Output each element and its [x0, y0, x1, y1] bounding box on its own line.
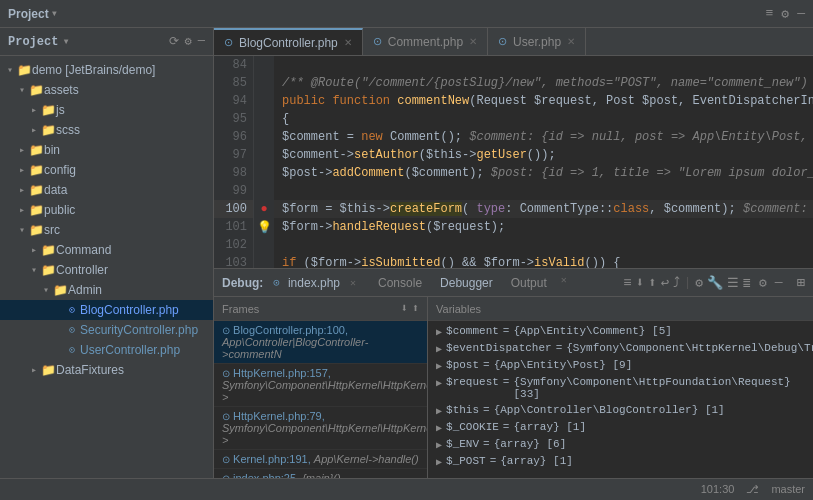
debug-run-icon[interactable]: ⊞	[797, 274, 805, 291]
layout-icon[interactable]: ≡	[766, 6, 774, 22]
tree-item-config[interactable]: ▸ 📁 config	[0, 160, 213, 180]
var-value-env: {array} [6]	[494, 438, 567, 450]
tree-item-securitycontroller[interactable]: ⊙ SecurityController.php	[0, 320, 213, 340]
debug-toolbar-icon1[interactable]: ≡	[623, 275, 631, 291]
sidebar-title[interactable]: Project ▾	[8, 34, 70, 49]
debug-tab-debugger[interactable]: Debugger	[432, 274, 501, 292]
tab-comment[interactable]: ⊙ Comment.php ✕	[363, 28, 488, 55]
debug-toolbar-icon2[interactable]: ⬇	[636, 274, 644, 291]
frame-item-3[interactable]: ⊙ Kernel.php:191, App\Kernel->handle()	[214, 450, 427, 469]
frames-icon1[interactable]: ⬇	[401, 301, 408, 316]
tree-item-scss[interactable]: ▸ 📁 scss	[0, 120, 213, 140]
tree-item-assets[interactable]: ▾ 📁 assets	[0, 80, 213, 100]
var-item-comment[interactable]: ▶ $comment = {App\Entity\Comment} [5]	[428, 323, 813, 340]
code-100-var: $form = $this->	[282, 202, 390, 216]
var-arrow-eventdispatcher[interactable]: ▶	[436, 343, 442, 355]
code-line-96: $comment = new Comment(); $comment: {id …	[274, 128, 813, 146]
tree-item-src[interactable]: ▾ 📁 src	[0, 220, 213, 240]
frame-item-1[interactable]: ⊙ HttpKernel.php:157, Symfony\Component\…	[214, 364, 427, 407]
tree-item-bin[interactable]: ▸ 📁 bin	[0, 140, 213, 160]
project-title[interactable]: Project	[8, 7, 49, 21]
var-arrow-cookie[interactable]: ▶	[436, 422, 442, 434]
tab-icon-comment: ⊙	[373, 35, 382, 48]
tree-item-usercontroller[interactable]: ⊙ UserController.php	[0, 340, 213, 360]
code-cls-comment: Comment	[390, 130, 440, 144]
var-item-this[interactable]: ▶ $this = {App\Controller\BlogController…	[428, 402, 813, 419]
frame-file-icon-0: ⊙	[222, 325, 230, 336]
var-arrow-post-super[interactable]: ▶	[436, 456, 442, 468]
tree-item-command[interactable]: ▸ 📁 Command	[0, 240, 213, 260]
debug-file-close[interactable]: ✕	[350, 277, 356, 289]
tree-label-src: src	[44, 223, 60, 237]
tree-item-data[interactable]: ▸ 📁 data	[0, 180, 213, 200]
debug-toolbar-icon3[interactable]: ⬆	[648, 274, 656, 291]
debug-toolbar-icon4[interactable]: ↩	[661, 274, 669, 291]
tree-item-datafixtures[interactable]: ▸ 📁 DataFixtures	[0, 360, 213, 380]
tab-bar: ⊙ BlogController.php ✕ ⊙ Comment.php ✕ ⊙…	[214, 28, 813, 56]
code-lines[interactable]: /** @Route("/comment/{postSlug}/new", me…	[274, 56, 813, 268]
var-arrow-post[interactable]: ▶	[436, 360, 442, 372]
frame-item-2[interactable]: ⊙ HttpKernel.php:79, Symfony\Component\H…	[214, 407, 427, 450]
debug-tab-output[interactable]: Output	[503, 274, 555, 292]
var-item-env[interactable]: ▶ $_ENV = {array} [6]	[428, 436, 813, 453]
debug-tab-output-close[interactable]: ✕	[561, 274, 567, 292]
debug-toolbar-icon8[interactable]: ☰	[727, 275, 739, 291]
tree-item-admin[interactable]: ▾ 📁 Admin	[0, 280, 213, 300]
var-item-request[interactable]: ▶ $request = {Symfony\Component\HttpFoun…	[428, 374, 813, 402]
status-bar-right: 101:30 ⎇ master	[701, 483, 805, 496]
settings-icon[interactable]: ⚙	[781, 6, 789, 22]
debug-toolbar-close[interactable]: —	[775, 275, 783, 290]
code-kw-new-96: new	[361, 130, 390, 144]
debug-toolbar-icon6[interactable]: ⚙	[695, 275, 703, 291]
minimize-icon[interactable]: —	[797, 6, 805, 22]
var-item-cookie[interactable]: ▶ $_COOKIE = {array} [1]	[428, 419, 813, 436]
tree-item-controller[interactable]: ▾ 📁 Controller	[0, 260, 213, 280]
var-arrow-request[interactable]: ▶	[436, 377, 442, 389]
tree-item-public[interactable]: ▸ 📁 public	[0, 200, 213, 220]
sidebar-icon-3[interactable]: —	[198, 34, 205, 49]
var-item-post[interactable]: ▶ $post = {App\Entity\Post} [9]	[428, 357, 813, 374]
tree-item-demo[interactable]: ▾ 📁 demo [JetBrains/demo]	[0, 60, 213, 80]
line-num-100: 100	[214, 200, 253, 218]
code-line-101: $form->handleRequest($request);	[274, 218, 813, 236]
frame-item-0[interactable]: ⊙ BlogController.php:100, App\Controller…	[214, 321, 427, 364]
code-101: $form->	[282, 220, 332, 234]
tab-user[interactable]: ⊙ User.php ✕	[488, 28, 586, 55]
tree-item-blogcontroller[interactable]: ⊙ BlogController.php	[0, 300, 213, 320]
var-item-post-super[interactable]: ▶ $_POST = {array} [1]	[428, 453, 813, 470]
tree-arrow-js: ▸	[28, 104, 40, 116]
code-editor[interactable]: 84 85 94 95 96 97 98 99 100 101 102 103 …	[214, 56, 813, 268]
frame-file-icon-1: ⊙	[222, 368, 230, 379]
var-eq-cookie: =	[503, 421, 510, 433]
code-98: $post->	[282, 166, 332, 180]
code-97-3: ());	[527, 148, 556, 162]
folder-icon-datafixtures: 📁	[40, 363, 56, 378]
var-arrow-this[interactable]: ▶	[436, 405, 442, 417]
code-100-param: type	[469, 202, 505, 216]
tab-blogcontroller[interactable]: ⊙ BlogController.php ✕	[214, 28, 363, 55]
tab-close-blog[interactable]: ✕	[344, 37, 352, 48]
frames-icon2[interactable]: ⬆	[412, 301, 419, 316]
tab-close-comment[interactable]: ✕	[469, 36, 477, 47]
debug-toolbar-icon9[interactable]: ≣	[743, 275, 751, 291]
debug-toolbar-icon7[interactable]: 🔧	[707, 275, 723, 291]
var-arrow-env[interactable]: ▶	[436, 439, 442, 451]
code-comment-85: /** @Route("/comment/{postSlug}/new", me…	[282, 76, 813, 90]
status-branch[interactable]: master	[771, 483, 805, 496]
tree-item-js[interactable]: ▸ 📁 js	[0, 100, 213, 120]
sidebar-icon-2[interactable]: ⚙	[185, 34, 192, 49]
tree-arrow-scss: ▸	[28, 124, 40, 136]
frame-item-4[interactable]: ⊙ index.php:25, {main}()	[214, 469, 427, 478]
folder-icon-bin: 📁	[28, 143, 44, 158]
tree-label-command: Command	[56, 243, 111, 257]
var-arrow-comment[interactable]: ▶	[436, 326, 442, 338]
debug-toolbar-settings[interactable]: ⚙	[759, 275, 767, 291]
debug-file-label[interactable]: index.php	[288, 276, 340, 290]
project-dropdown-icon[interactable]: ▾	[51, 6, 58, 21]
tab-close-user[interactable]: ✕	[567, 36, 575, 47]
sidebar-icon-1[interactable]: ⟳	[169, 34, 179, 49]
debug-tab-console[interactable]: Console	[370, 274, 430, 292]
debug-toolbar-icon5[interactable]: ⤴	[673, 275, 680, 291]
var-item-eventdispatcher[interactable]: ▶ $eventDispatcher = {Symfony\Component\…	[428, 340, 813, 357]
code-fn-getuser: getUser	[476, 148, 526, 162]
